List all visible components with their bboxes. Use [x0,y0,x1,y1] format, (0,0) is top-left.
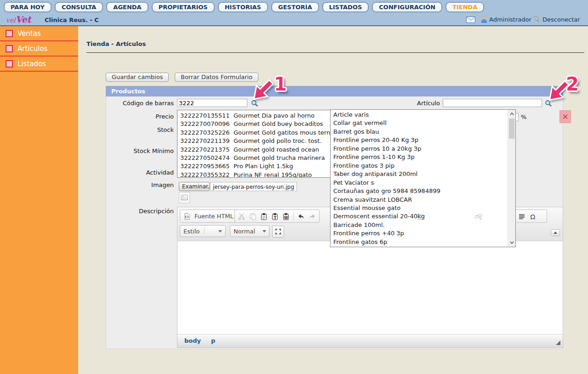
tab-consulta[interactable]: CONSULTA [55,2,103,12]
barcode-code: 3222270070096 [180,120,234,128]
main-tabs: PARA HOYCONSULTAAGENDAPROPIETARIOSHISTOR… [4,2,484,12]
article-results-items: Article varisCollar gat vermellBarret go… [331,111,508,247]
toolbar-collapse-button[interactable] [551,229,560,236]
square-bullet-icon [6,30,13,37]
article-result-item[interactable]: Barret gos blau [331,128,508,136]
top-header: PARA HOYCONSULTAAGENDAPROPIETARIOSHISTOR… [0,0,588,26]
article-result-item[interactable]: Crema suavitzant LOBCAR [331,196,508,204]
paste-text-icon[interactable]: T [271,213,279,220]
indent-icon [416,213,423,221]
redo-icon[interactable] [308,213,316,220]
format-dropdown-value: Normal [234,228,255,235]
tab-para-hoy[interactable]: PARA HOY [4,2,51,12]
barcode-product-name: Gourmet Gold buey bocaditos [234,120,323,128]
editor-content-area[interactable] [177,241,563,334]
barcode-result-row[interactable]: 3222270221139Gourmet gold pollo troc. to… [177,137,330,145]
scroll-down-icon[interactable] [510,240,514,244]
chevron-down-icon [263,230,266,232]
clear-form-button[interactable]: Borrar Datos Formulario [175,73,258,82]
tab-tienda[interactable]: TIENDA [445,2,484,12]
article-result-item[interactable]: Frontline perros 1-10 Kg 3p [331,153,508,161]
barcode-result-row[interactable]: 3222270221375Gourmet gold roasted ocean [177,146,330,154]
editor-footer: bodyp [177,334,563,347]
scrollbar-thumb[interactable] [509,119,514,139]
article-result-item[interactable]: Article varis [331,111,508,119]
copy-icon[interactable] [249,213,257,220]
app-window: PARA HOYCONSULTAAGENDAPROPIETARIOSHISTOR… [0,0,588,374]
tab-propietarios[interactable]: PROPIETARIOS [152,2,215,12]
image-filename: jersey-para-perros-soy-un.jpg [210,182,297,191]
tab-configuracion[interactable]: CONFIGURACIÓN [372,2,442,12]
undo-icon[interactable] [297,213,305,220]
sidebar-item-articulos[interactable]: Artículos [0,41,78,57]
paste-word-icon[interactable]: W [282,213,290,220]
annotation-arrow-1 [248,77,276,105]
element-path: bodyp [184,337,215,344]
style-dropdown[interactable]: Estilo [180,225,226,237]
image-preview-thumbnail[interactable] [179,192,190,203]
resize-grip-icon[interactable] [556,340,560,345]
barcode-result-row[interactable]: 3222270502474Gourmet gold trucha mariner… [177,154,330,162]
horizontal-rule-icon[interactable] [518,213,525,220]
element-path-p[interactable]: p [211,337,215,344]
maximize-button[interactable] [272,226,284,238]
barcode-result-row[interactable]: 3222270953665Pro Plan Light 1.5kg [177,162,330,170]
barcode-result-row[interactable]: 3222270135511Gourmet Dia pavo al horno [177,112,330,120]
article-result-item[interactable]: Taber dog antiparasit 200ml [331,170,508,178]
sidebar-item-listados[interactable]: Listados [0,57,78,72]
sidebar: VentasArtículosListados [0,26,78,374]
article-result-item[interactable]: Pet Vaciator s [331,179,508,187]
article-result-item[interactable]: Frontline perros +40 3p [331,229,508,238]
unlink-icon [474,213,483,221]
user-name: Administrador [489,16,531,23]
article-result-item[interactable]: Frontline gatos 3 pip [331,162,508,170]
special-char-icon[interactable]: Ω [529,213,537,220]
article-result-item[interactable]: Frontline gatos 6p [331,238,508,246]
article-result-item[interactable]: Barricade 100ml. [331,221,508,229]
barcode-result-row[interactable]: 3222270355322Purina NF renal 195g/gato [177,171,330,178]
article-result-item[interactable]: Frontline pipetas 1 a 10kg 6pi [331,246,508,247]
barcode-product-name: Gourmet Gold gatitos mous tern [234,129,330,137]
close-button[interactable]: ✕ [559,110,571,123]
article-list-scrollbar[interactable] [508,110,515,247]
square-bullet-icon [6,45,13,52]
barcode-code: 3222270221375 [180,146,234,154]
tab-historias[interactable]: HISTORIAS [218,2,268,12]
style-dropdown-value: Estilo [183,228,200,235]
logout-label: Desconectar [542,16,580,23]
element-path-body[interactable]: body [184,337,201,344]
barcode-result-row[interactable]: 3222270070096Gourmet Gold buey bocaditos [177,120,330,128]
sidebar-item-label: Artículos [17,45,47,53]
clinic-name: Clinica Reus. - C [45,17,99,23]
svg-text:T: T [274,215,277,220]
combo-divider [204,227,205,235]
cut-icon[interactable] [238,213,245,220]
format-dropdown[interactable]: Normal [230,225,269,237]
article-result-item[interactable]: Frontline perros 10 a 20kg 3p [331,145,508,153]
article-result-item[interactable]: Frontline perros 20-40 Kg 3p [331,136,508,144]
article-input[interactable] [443,99,542,107]
barcode-input[interactable] [177,99,247,107]
barcode-result-row[interactable]: 3222270325226Gourmet Gold gatitos mous t… [177,129,330,137]
tab-agenda[interactable]: AGENDA [106,2,148,12]
barcode-product-name: Purina NF renal 195g/gato [234,171,312,178]
description-label: Descripción [106,208,174,215]
barcode-code: 3222270325226 [180,129,234,137]
logout-icon [533,16,541,23]
user-menu[interactable]: Administrador [481,16,531,23]
sidebar-item-label: Listados [17,60,46,68]
source-button[interactable]: Fuente HTML [180,210,237,223]
article-result-item[interactable]: Essential mousse gato [331,204,508,212]
paste-icon[interactable] [260,213,268,220]
messages-button[interactable] [466,17,475,23]
sidebar-item-ventas[interactable]: Ventas [0,26,78,41]
scroll-up-icon[interactable] [510,112,514,116]
tab-gestoria[interactable]: GESTORÍA [271,2,319,12]
article-result-item[interactable]: Collar gat vermell [331,119,508,127]
save-button[interactable]: Guardar cambios [106,73,169,82]
browse-file-button[interactable]: Examinar... [179,182,210,191]
barcode-results-list: 3222270135511Gourmet Dia pavo al horno32… [177,110,331,178]
tab-listados[interactable]: LISTADOS [322,2,369,12]
article-result-item[interactable]: Cortauñas gato gro 5984 85984899 [331,187,508,195]
logout-button[interactable]: Desconectar [533,16,580,23]
